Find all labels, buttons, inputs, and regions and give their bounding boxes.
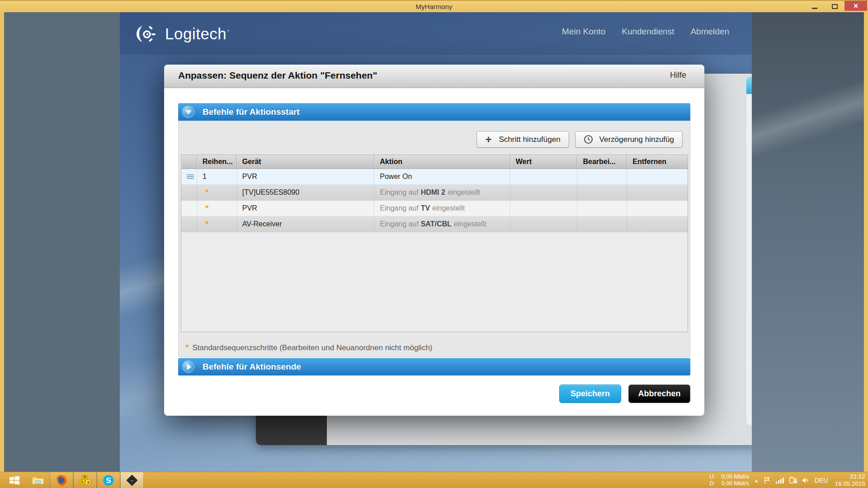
cell-action: Eingang aufHDMI 2eingestellt [374, 185, 510, 200]
right-side-panel: en ch ür d› [746, 77, 752, 425]
svg-text:OK: OK [130, 479, 134, 482]
cell-action: Eingang aufSAT/CBLeingestellt [374, 216, 510, 232]
right-panel-tab[interactable]: en [746, 77, 752, 94]
expand-section-button[interactable] [182, 361, 194, 373]
nav-mein-konto[interactable]: Mein Konto [562, 27, 605, 37]
cell-value [510, 201, 578, 216]
network-rates: U:0,00 Mbit/s D:0,00 Mbit/s [709, 474, 749, 487]
close-button[interactable]: ✕ [844, 1, 867, 11]
background-right-band [752, 12, 864, 472]
table-header-row: Reihen... Gerät Aktion Wert Bearbei... E… [181, 155, 688, 169]
cell-order: 1 [197, 169, 237, 184]
network-signal-icon[interactable] [776, 477, 784, 483]
column-header-grip [181, 155, 197, 169]
column-header-order: Reihen... [197, 155, 237, 169]
add-step-button[interactable]: + Schritt hinzufügen [476, 131, 569, 148]
column-header-edit: Bearbei... [577, 155, 627, 169]
download-value: 0,00 Mbit/s [722, 480, 749, 487]
dialog-header: Anpassen: Sequenz der Aktion "Fernsehen"… [164, 65, 704, 88]
volume-icon[interactable] [802, 477, 810, 484]
logitech-logo: Logitech· [136, 22, 230, 46]
table-row: * [TV]UE55ES8090 Eingang aufHDMI 2einges… [181, 185, 688, 201]
minimize-button[interactable] [805, 1, 825, 12]
window-titlebar: MyHarmony ✕ [0, 0, 868, 12]
dialog-title: Anpassen: Sequenz der Aktion "Fernsehen" [178, 70, 377, 81]
download-label: D: [709, 480, 715, 487]
standard-step-asterisk: * [203, 188, 208, 197]
cell-value [510, 216, 578, 232]
action-center-flag-icon[interactable] [764, 477, 771, 484]
cell-remove [627, 201, 688, 216]
tray-date: 16.05.2015 [835, 480, 865, 488]
hidden-icons-chevron-icon[interactable]: ▲ [754, 478, 759, 483]
cell-remove [627, 169, 688, 184]
help-link[interactable]: Hilfe [670, 70, 686, 80]
cell-remove [627, 216, 688, 232]
upload-label: U: [709, 474, 715, 480]
start-button[interactable] [3, 472, 26, 488]
utility-tools-icon [79, 474, 91, 486]
cell-edit [577, 185, 627, 200]
save-button[interactable]: Speichern [559, 385, 621, 403]
myharmony-icon: OK [126, 474, 138, 486]
clock[interactable]: 21:12 16.05.2015 [835, 473, 865, 488]
cell-value [510, 169, 578, 184]
system-tray: U:0,00 Mbit/s D:0,00 Mbit/s ▲ DEU 21:12 [709, 472, 865, 488]
nav-kundendienst[interactable]: Kundendienst [622, 27, 674, 37]
tray-time: 21:12 [835, 473, 865, 480]
cancel-button[interactable]: Abbrechen [628, 385, 690, 403]
chevron-down-icon [185, 110, 192, 114]
sequence-panel: + Schritt hinzufügen Verzögerung hinzufü… [178, 121, 690, 357]
upload-value: 0,00 Mbit/s [722, 474, 749, 480]
cell-edit [577, 201, 627, 216]
app-window-body: Logitech· Mein Konto Kundendienst Abmeld… [4, 12, 864, 472]
skype-icon: S [103, 474, 114, 486]
desktop: MyHarmony ✕ Logi [0, 0, 868, 488]
firefox-button[interactable] [50, 472, 73, 488]
cell-device: PVR [237, 169, 374, 184]
window-controls: ✕ [805, 1, 867, 12]
cell-device: AV-Receiver [237, 216, 374, 232]
table-row: * PVR Eingang aufTVeingestellt [181, 201, 688, 216]
sequence-toolbar: + Schritt hinzufügen Verzögerung hinzufü… [476, 131, 683, 148]
power-battery-icon[interactable] [789, 477, 797, 484]
skype-button[interactable]: S [97, 472, 120, 488]
column-header-action: Aktion [374, 155, 510, 169]
drag-handle-icon[interactable] [187, 174, 194, 180]
standard-step-asterisk: * [203, 219, 208, 229]
add-delay-button[interactable]: Verzögerung hinzufüg [575, 131, 683, 148]
customize-sequence-dialog: Anpassen: Sequenz der Aktion "Fernsehen"… [164, 65, 704, 416]
myharmony-button[interactable]: OK [120, 472, 144, 488]
cell-device: [TV]UE55ES8090 [237, 185, 374, 200]
cell-device: PVR [237, 201, 374, 216]
svg-text:S: S [106, 476, 111, 485]
asterisk-icon: * [185, 343, 189, 352]
cell-edit [577, 216, 627, 232]
standard-steps-footnote: *Standardsequenzschritte (Bearbeiten und… [185, 343, 433, 352]
section-start-title: Befehle für Aktionsstart [203, 107, 300, 117]
clock-icon [584, 135, 593, 144]
section-end-title: Befehle für Aktionsende [203, 362, 301, 372]
minimize-icon [812, 8, 817, 9]
taskbar: S OK U:0,00 Mbit/s D:0,00 Mbit/s ▲ [0, 472, 868, 488]
standard-step-asterisk: * [203, 203, 208, 213]
cell-action: Eingang aufTVeingestellt [374, 201, 510, 216]
section-action-end-bar: Befehle für Aktionsende [178, 358, 690, 375]
maximize-button[interactable] [825, 1, 844, 12]
language-indicator[interactable]: DEU [815, 477, 828, 484]
table-row[interactable]: 1 PVR Power On [181, 169, 688, 185]
cell-edit [577, 169, 627, 184]
firefox-icon [56, 474, 67, 486]
account-nav: Mein Konto Kundendienst Abmelden [562, 27, 729, 37]
sequence-table: Reihen... Gerät Aktion Wert Bearbei... E… [181, 155, 688, 332]
close-icon: ✕ [853, 2, 859, 9]
file-explorer-button[interactable] [26, 472, 50, 488]
chevron-right-icon [187, 364, 191, 370]
utility-tools-button[interactable] [73, 472, 97, 488]
taskbar-apps: S OK [3, 472, 144, 488]
nav-abmelden[interactable]: Abmelden [690, 27, 729, 37]
table-row: * AV-Receiver Eingang aufSAT/CBLeingeste… [181, 216, 688, 232]
brand-name: Logitech· [165, 25, 230, 43]
collapse-section-button[interactable] [182, 106, 194, 118]
windows-start-icon [9, 475, 20, 486]
